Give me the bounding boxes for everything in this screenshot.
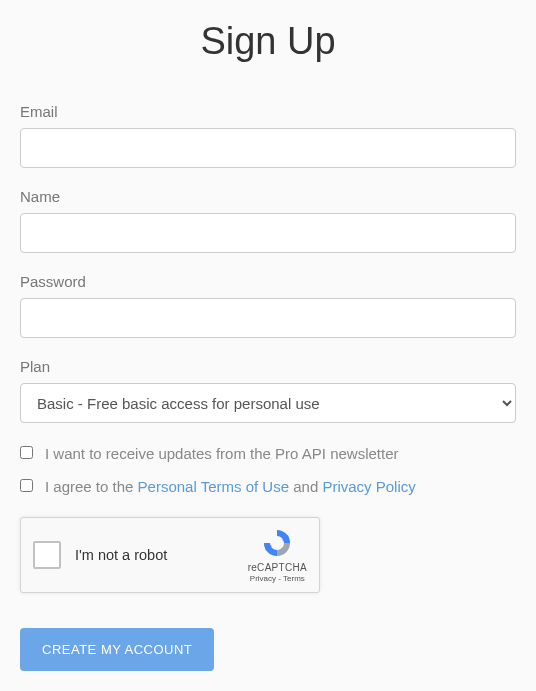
name-label: Name [20, 188, 516, 205]
email-group: Email [20, 103, 516, 168]
password-label: Password [20, 273, 516, 290]
plan-select[interactable]: Basic - Free basic access for personal u… [20, 383, 516, 423]
password-field[interactable] [20, 298, 516, 338]
email-field[interactable] [20, 128, 516, 168]
checkbox-section: I want to receive updates from the Pro A… [20, 443, 516, 497]
newsletter-label: I want to receive updates from the Pro A… [45, 443, 399, 464]
terms-checkbox[interactable] [20, 479, 33, 492]
terms-prefix: I agree to the [45, 478, 138, 495]
email-label: Email [20, 103, 516, 120]
recaptcha-links: Privacy - Terms [250, 574, 305, 583]
page-title: Sign Up [20, 20, 516, 63]
newsletter-checkbox-group: I want to receive updates from the Pro A… [20, 443, 516, 464]
name-group: Name [20, 188, 516, 253]
privacy-policy-link[interactable]: Privacy Policy [322, 478, 415, 495]
terms-label: I agree to the Personal Terms of Use and… [45, 476, 416, 497]
newsletter-checkbox[interactable] [20, 446, 33, 459]
recaptcha-checkbox[interactable] [33, 541, 61, 569]
recaptcha-brand: reCAPTCHA [248, 562, 307, 573]
terms-checkbox-group: I agree to the Personal Terms of Use and… [20, 476, 516, 497]
recaptcha-widget: I'm not a robot reCAPTCHA Privacy - Term… [20, 517, 320, 593]
plan-group: Plan Basic - Free basic access for perso… [20, 358, 516, 423]
recaptcha-branding: reCAPTCHA Privacy - Terms [248, 527, 307, 583]
recaptcha-text: I'm not a robot [75, 547, 248, 563]
recaptcha-logo-icon [261, 527, 293, 559]
terms-middle: and [289, 478, 322, 495]
create-account-button[interactable]: CREATE MY ACCOUNT [20, 628, 214, 671]
name-field[interactable] [20, 213, 516, 253]
terms-of-use-link[interactable]: Personal Terms of Use [138, 478, 289, 495]
password-group: Password [20, 273, 516, 338]
plan-label: Plan [20, 358, 516, 375]
